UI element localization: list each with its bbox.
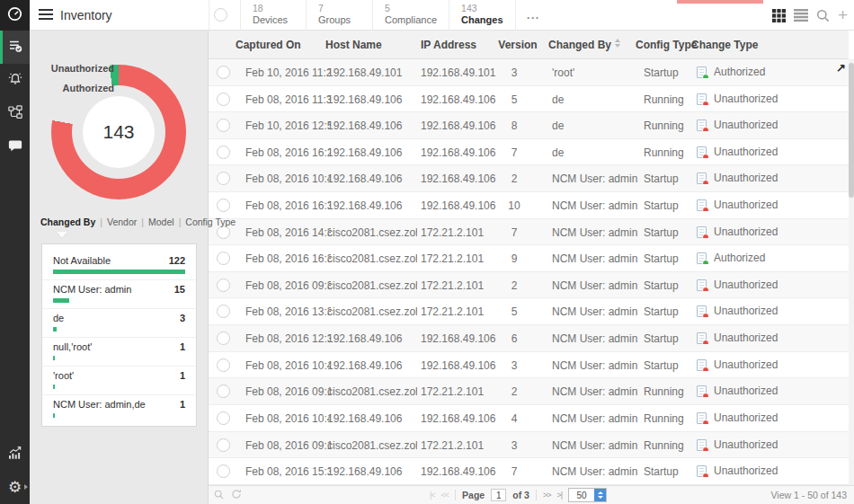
zoom-icon[interactable] [214,489,224,500]
row-select-radio[interactable] [217,279,230,292]
row-select-radio[interactable] [217,172,230,185]
last-page-button[interactable]: >| [556,491,562,500]
breakdown-item[interactable]: null,'root' 1 [42,338,196,367]
tab-groups[interactable]: 7 Groups [307,0,373,31]
app-logo[interactable] [0,0,30,31]
row-select-radio[interactable] [217,411,230,425]
table-row[interactable]: Feb 08, 2016 16:31... 192.168.49.106 192… [209,192,849,219]
sidebar-item-topology[interactable] [0,97,30,130]
cell-changed-by: NCM User: admin [552,252,646,265]
cell-host-name: cisco2081.csez.zoho... [327,385,417,398]
column-ip-address[interactable]: IP Address [421,39,476,51]
prev-page-button[interactable]: << [441,491,449,500]
table-row[interactable]: Feb 08, 2016 09:19... cisco2081.csez.zoh… [209,378,849,405]
table-row[interactable]: Feb 08, 2016 09:19... cisco2081.csez.zoh… [209,432,849,459]
change-status-dot-icon [702,340,709,344]
row-select-radio[interactable] [217,66,230,79]
breakdown-count: 1 [180,399,185,411]
page-size-select[interactable]: 50 [568,488,607,502]
cell-config-type: Startup [644,305,698,318]
sidebar-item-reports[interactable] [0,438,30,471]
row-select-radio[interactable] [217,93,230,106]
cell-version: 4 [496,412,532,425]
breakdown-item[interactable]: Not Available 122 [42,252,196,280]
row-select-radio[interactable] [217,146,230,159]
sidebar-item-inventory[interactable] [0,31,30,64]
select-all-radio[interactable] [214,8,227,22]
row-select-radio[interactable] [217,199,230,212]
cell-version: 2 [496,385,532,398]
filter-tab-vendor[interactable]: Vendor [102,217,141,227]
filter-tab-model[interactable]: Model [144,217,179,227]
config-document-icon [697,146,707,158]
table-scrollbar[interactable] [849,59,854,485]
breakdown-count: 3 [180,313,185,324]
table-row[interactable]: Feb 08, 2016 10:48... 192.168.49.106 192… [209,352,849,379]
next-page-button[interactable]: >> [543,491,551,500]
cell-captured-on: Feb 08, 2016 16:21... [245,146,331,159]
cell-config-type: Running [644,385,698,398]
hamburger-menu-icon[interactable] [39,9,53,21]
change-type-text: Authorized [714,252,765,264]
list-view-icon[interactable] [794,9,808,22]
tab-compliance[interactable]: 5 Compliance [373,0,449,31]
scrollbar-thumb[interactable] [849,63,854,198]
cell-change-type: Unauthorized [697,172,823,184]
row-select-radio[interactable] [217,305,230,318]
row-select-radio[interactable] [217,358,230,372]
table-row[interactable]: Feb 08, 2016 15:31... 192.168.49.106 192… [209,458,849,485]
expand-row-arrow-icon[interactable]: ↗ [836,61,846,75]
table-row[interactable]: Feb 08, 2016 10:48... 192.168.49.106 192… [209,405,849,432]
row-select-radio[interactable] [217,252,230,265]
tab-changes[interactable]: 143 Changes [449,0,516,31]
table-header: Captured On Host Name IP Address Version… [209,31,849,59]
row-select-radio[interactable] [217,385,230,398]
more-tabs-button[interactable]: ... [516,0,551,31]
table-row[interactable]: Feb 08, 2016 10:40... 192.168.49.106 192… [209,165,849,192]
row-select-radio[interactable] [217,438,230,452]
cell-host-name: 192.168.49.106 [327,332,417,345]
breakdown-item[interactable]: NCM User: admin 15 [42,280,196,309]
table-row[interactable]: Feb 08, 2016 16:30... cisco2081.csez.zoh… [209,245,849,272]
table-row[interactable]: Feb 08, 2016 11:33... 192.168.49.106 192… [209,86,849,113]
filter-tab-changed-by[interactable]: Changed By [36,217,100,227]
cell-captured-on: Feb 08, 2016 11:33... [245,93,331,106]
column-captured-on[interactable]: Captured On [236,39,301,51]
row-select-radio[interactable] [217,464,230,478]
breakdown-label: NCM User: admin,de [53,399,146,411]
table-row[interactable]: Feb 08, 2016 09:30... cisco2081.csez.zoh… [209,272,849,299]
cell-config-type: Startup [644,66,698,79]
add-icon[interactable]: + [838,6,848,23]
column-change-type[interactable]: Change Type [691,39,758,51]
breakdown-item[interactable]: NCM User: admin,de 1 [42,395,196,423]
table-row[interactable]: Feb 08, 2016 16:21... 192.168.49.106 192… [209,139,849,166]
table-row[interactable]: Feb 10, 2016 12:52... 192.168.49.106 192… [209,112,849,139]
row-select-radio[interactable] [217,332,230,345]
first-page-button[interactable]: |< [430,491,435,500]
table-row[interactable]: Feb 08, 2016 14:30... cisco2081.csez.zoh… [209,219,849,246]
breakdown-count: 1 [180,341,185,353]
sidebar-item-settings[interactable]: ⚙ [0,471,30,504]
sidebar-item-chat[interactable] [0,130,30,164]
refresh-icon[interactable] [231,489,242,500]
breakdown-item[interactable]: de 3 [42,309,196,338]
row-select-radio[interactable] [217,119,230,132]
table-row[interactable]: Feb 08, 2016 13:30... cisco2081.csez.zoh… [209,298,849,325]
search-icon[interactable] [816,9,830,22]
tab-devices[interactable]: 18 Devices [240,0,307,31]
page-size-stepper-icon[interactable] [594,489,606,501]
grid-view-icon[interactable] [772,9,786,22]
pager-controls: |< << Page of 3 >> >| 50 [430,486,607,504]
column-config-type[interactable]: Config Type [636,39,697,51]
filter-tab-config-type[interactable]: Config Type [181,217,240,227]
cell-captured-on: Feb 08, 2016 16:30... [245,252,331,265]
page-number-input[interactable] [491,489,506,501]
table-body: ↗ Feb 10, 2016 11:29... 192.168.49.101 1… [209,59,849,485]
table-row[interactable]: Feb 10, 2016 11:29... 192.168.49.101 192… [209,59,849,86]
table-row[interactable]: Feb 08, 2016 12:37... 192.168.49.106 192… [209,325,849,352]
column-version[interactable]: Version [494,39,541,51]
column-host-name[interactable]: Host Name [325,39,382,51]
sidebar-item-alarms[interactable] [0,64,30,97]
column-changed-by[interactable]: Changed By [548,39,620,51]
breakdown-item[interactable]: 'root' 1 [42,367,196,395]
